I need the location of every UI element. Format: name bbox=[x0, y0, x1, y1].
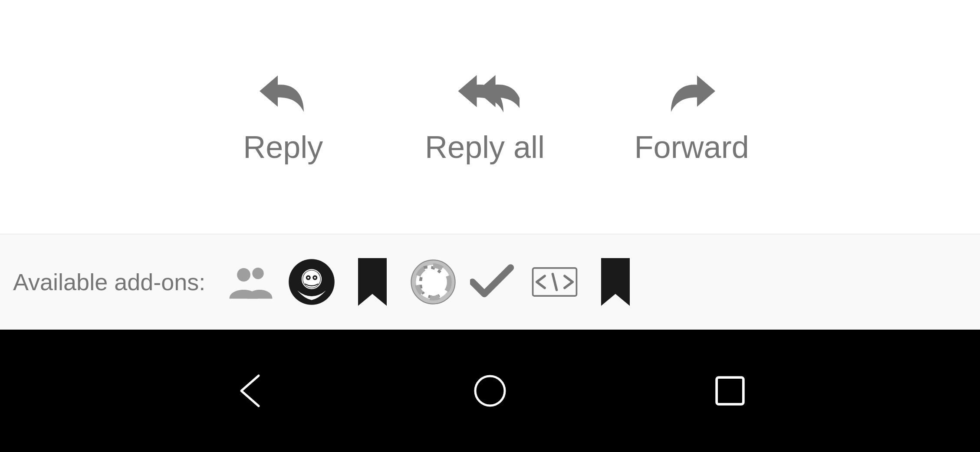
check-icon[interactable] bbox=[470, 258, 518, 306]
addons-icons-container bbox=[227, 258, 967, 306]
home-button[interactable] bbox=[468, 369, 512, 413]
back-button[interactable] bbox=[228, 369, 272, 413]
svg-point-7 bbox=[307, 276, 309, 278]
svg-line-13 bbox=[553, 274, 557, 290]
forward-label: Forward bbox=[635, 129, 749, 165]
svg-point-0 bbox=[237, 268, 250, 282]
face-icon[interactable] bbox=[288, 258, 335, 306]
embed-icon[interactable] bbox=[531, 258, 579, 306]
reply-icon bbox=[257, 69, 309, 119]
email-actions-section: Reply Reply all Forward bbox=[0, 0, 980, 234]
reply-all-label: Reply all bbox=[425, 129, 545, 165]
bookmark-icon[interactable] bbox=[349, 258, 396, 306]
candy-icon[interactable] bbox=[409, 258, 457, 306]
svg-point-4 bbox=[303, 270, 321, 288]
recents-button[interactable] bbox=[708, 369, 752, 413]
bookmark2-icon[interactable] bbox=[592, 258, 639, 306]
reply-all-icon bbox=[450, 69, 520, 119]
svg-rect-15 bbox=[717, 377, 743, 404]
reply-button[interactable]: Reply bbox=[196, 52, 370, 182]
svg-point-1 bbox=[253, 268, 264, 279]
email-actions-container: Reply Reply all Forward bbox=[99, 35, 881, 200]
svg-point-8 bbox=[314, 276, 316, 278]
addons-label: Available add-ons: bbox=[13, 269, 205, 295]
reply-label: Reply bbox=[243, 129, 323, 165]
addons-section: Available add-ons: bbox=[0, 234, 980, 330]
contacts-icon[interactable] bbox=[227, 258, 275, 306]
svg-point-14 bbox=[475, 376, 505, 406]
forward-icon bbox=[666, 69, 718, 119]
reply-all-button[interactable]: Reply all bbox=[390, 52, 579, 182]
android-nav-bar bbox=[0, 330, 980, 452]
forward-button[interactable]: Forward bbox=[600, 52, 784, 182]
